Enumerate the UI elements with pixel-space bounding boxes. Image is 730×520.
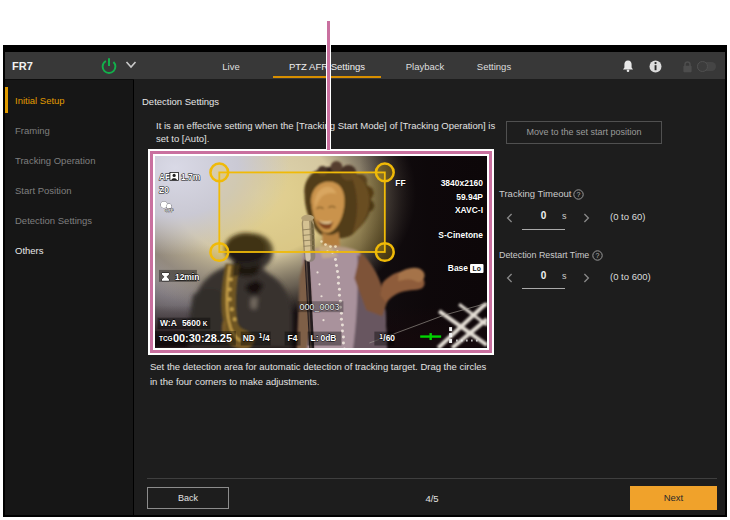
- svg-text:L:: L:: [311, 333, 319, 343]
- svg-text:5600: 5600: [182, 318, 201, 328]
- svg-text:?: ?: [596, 252, 600, 259]
- svg-text:AF: AF: [159, 172, 170, 182]
- svg-text:Z0: Z0: [159, 185, 169, 195]
- svg-text:W:A: W:A: [160, 318, 177, 328]
- svg-text:K: K: [203, 320, 208, 327]
- svg-text:/4: /4: [263, 333, 270, 343]
- svg-text:XAVC-I: XAVC-I: [455, 205, 483, 215]
- svg-text:TCG: TCG: [159, 335, 173, 342]
- svg-text:?: ?: [577, 191, 581, 198]
- svg-text:1.7m: 1.7m: [181, 172, 200, 182]
- svg-text:00:30:28.25: 00:30:28.25: [173, 332, 232, 344]
- svg-text:0dB: 0dB: [321, 333, 337, 343]
- svg-text:59.94P: 59.94P: [456, 192, 483, 202]
- svg-text:F4: F4: [288, 333, 298, 343]
- svg-text:ND: ND: [243, 333, 255, 343]
- svg-text:000_0003: 000_0003: [300, 302, 340, 312]
- svg-text:OFF: OFF: [165, 208, 174, 213]
- svg-text:Lo: Lo: [473, 265, 481, 272]
- svg-text:S-Cinetone: S-Cinetone: [438, 230, 483, 240]
- svg-text:FF: FF: [395, 178, 405, 188]
- svg-text:/60: /60: [383, 333, 395, 343]
- svg-text:3840x2160: 3840x2160: [441, 178, 484, 188]
- svg-text:12min: 12min: [175, 272, 199, 282]
- svg-text:Base: Base: [448, 263, 469, 273]
